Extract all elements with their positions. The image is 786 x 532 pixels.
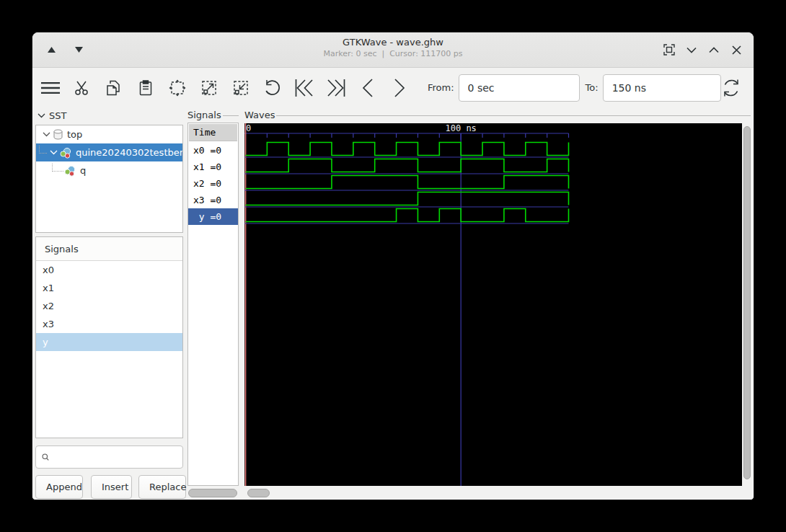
close-button[interactable] — [728, 41, 745, 58]
sst-tree: top quine20240302testbench — [35, 125, 183, 233]
reload-icon — [722, 79, 741, 97]
values-panel-label: Signals — [187, 110, 221, 120]
down-triangle-icon — [75, 47, 83, 53]
signal-list-header[interactable]: Signals — [36, 237, 182, 261]
main-content: SST top — [32, 107, 754, 500]
value-row-x1[interactable]: x1 =0 — [188, 159, 238, 175]
go-to-start-button[interactable] — [295, 77, 314, 99]
toolbar: From: To: — [32, 68, 754, 107]
prev-edge-button[interactable] — [358, 77, 377, 99]
component-spheres-icon — [64, 165, 76, 177]
wave-trace-x3 — [246, 192, 569, 205]
component-spheres-icon — [60, 147, 72, 159]
timeline-label: 100 ns — [445, 123, 476, 133]
wave-trace-y — [246, 209, 569, 222]
copy-button[interactable] — [105, 77, 123, 99]
scrollbar-thumb[interactable] — [188, 489, 237, 497]
waves-vscrollbar — [743, 125, 751, 484]
module-cylinder-icon — [53, 129, 63, 140]
frame-border — [223, 115, 239, 116]
signal-item-x2[interactable]: x2 — [36, 297, 182, 315]
marker-cursor-status: Marker: 0 sec | Cursor: 111700 ps — [32, 49, 754, 58]
wave-trace-x2 — [246, 176, 569, 189]
chevron-down-icon — [686, 47, 697, 53]
next-edge-button[interactable] — [390, 77, 409, 99]
zoom-in-button[interactable] — [200, 77, 218, 99]
tree-node-label: top — [67, 129, 82, 140]
skip-to-start-icon — [295, 79, 314, 97]
wave-display[interactable]: 0100 ns — [244, 123, 742, 486]
gtkwave-window: GTKWave - wave.ghw Marker: 0 sec | Curso… — [32, 32, 754, 500]
scissors-icon — [74, 80, 90, 96]
tree-connector — [39, 146, 47, 154]
move-up-button[interactable] — [43, 41, 60, 58]
wave-trace-x0 — [246, 143, 569, 156]
move-down-button[interactable] — [70, 41, 87, 58]
signal-search[interactable] — [35, 445, 183, 469]
maximize-button[interactable] — [705, 41, 723, 58]
append-button[interactable]: Append — [35, 475, 83, 499]
chevron-right-icon — [394, 78, 405, 98]
signal-item-x1[interactable]: x1 — [36, 279, 182, 297]
minimize-button[interactable] — [683, 41, 700, 58]
window-title: GTKWave - wave.ghw — [32, 37, 754, 48]
chevron-up-icon — [709, 47, 719, 53]
to-label: To: — [586, 82, 599, 93]
insert-button[interactable]: Insert — [91, 475, 132, 499]
replace-button[interactable]: Replace — [138, 475, 186, 499]
titlebar: GTKWave - wave.ghw Marker: 0 sec | Curso… — [32, 32, 754, 68]
go-to-end-button[interactable] — [327, 77, 345, 99]
tree-node-q[interactable]: q — [36, 161, 182, 179]
chevron-left-icon — [362, 78, 374, 98]
tree-node-testbench[interactable]: quine20240302testbench — [36, 143, 182, 161]
reload-button[interactable] — [722, 77, 741, 99]
scrollbar-thumb[interactable] — [247, 489, 270, 497]
from-input[interactable] — [459, 74, 580, 102]
wave-trace-x1 — [246, 159, 569, 172]
undo-icon — [264, 80, 281, 96]
zoom-fit-icon — [169, 79, 186, 97]
value-row-x0[interactable]: x0 =0 — [188, 142, 238, 159]
tree-node-label: quine20240302testbench — [76, 147, 182, 158]
from-label: From: — [428, 82, 454, 93]
signal-item-y[interactable]: y — [36, 333, 182, 351]
signal-list: Signals x0 x1 x2 x3 y — [35, 236, 183, 438]
up-triangle-icon — [48, 47, 56, 53]
value-row-y[interactable]: y =0 — [188, 208, 238, 225]
sst-expander[interactable]: SST — [35, 108, 183, 123]
tree-expander-icon[interactable] — [43, 132, 50, 137]
expander-chevron-icon — [37, 113, 45, 118]
menu-button[interactable] — [41, 77, 60, 99]
zoom-out-icon — [232, 79, 250, 97]
search-input[interactable] — [54, 452, 177, 463]
hamburger-icon — [41, 81, 60, 95]
value-row-x3[interactable]: x3 =0 — [188, 192, 238, 208]
tree-expander-icon[interactable] — [50, 150, 58, 155]
timeline-label: 0 — [246, 123, 251, 133]
tree-node-label: q — [80, 165, 86, 176]
frame-border — [276, 115, 751, 116]
signal-item-x0[interactable]: x0 — [36, 261, 182, 279]
tree-node-top[interactable]: top — [36, 125, 182, 143]
to-input[interactable] — [603, 74, 721, 102]
cut-button[interactable] — [73, 77, 92, 99]
sst-label: SST — [49, 110, 66, 121]
zoom-in-icon — [200, 79, 218, 97]
undo-button[interactable] — [263, 77, 282, 99]
value-row-x2[interactable]: x2 =0 — [188, 175, 238, 192]
skip-to-end-icon — [327, 79, 345, 97]
tree-connector — [52, 164, 63, 172]
scrollbar-thumb[interactable] — [743, 126, 751, 479]
zoom-fit-button[interactable] — [168, 77, 187, 99]
fullscreen-icon — [663, 44, 675, 56]
search-icon — [42, 452, 49, 462]
fullscreen-button[interactable] — [661, 41, 678, 58]
close-icon — [732, 45, 741, 55]
clipboard-icon — [139, 80, 152, 96]
copy-icon — [107, 80, 121, 96]
signal-item-x3[interactable]: x3 — [36, 315, 182, 333]
zoom-out-button[interactable] — [231, 77, 250, 99]
time-header[interactable]: Time — [189, 124, 237, 141]
waves-panel-label: Waves — [244, 110, 275, 120]
paste-button[interactable] — [136, 77, 155, 99]
